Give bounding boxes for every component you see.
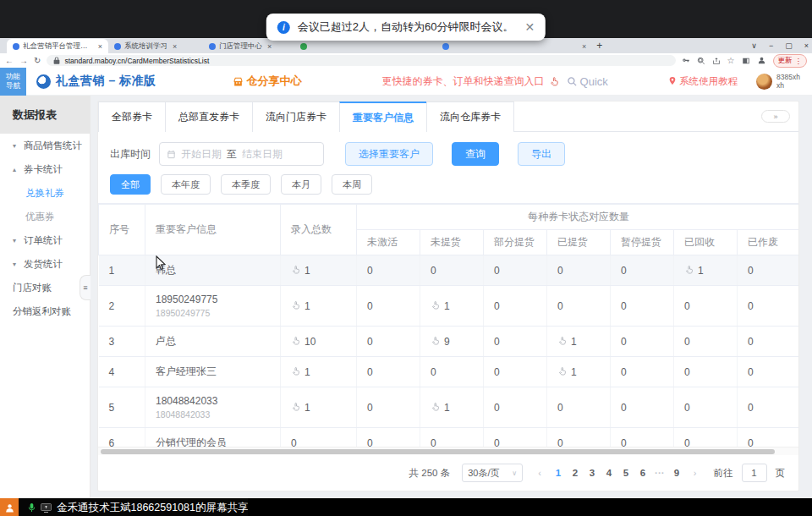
tutorial-link[interactable]: 系统使用教程 <box>668 75 738 88</box>
refresh-icon[interactable]: ↻ <box>34 57 41 65</box>
browser-tab[interactable]: 系统培训学习× <box>108 39 203 53</box>
sidebar-item-订单统计[interactable]: ▾订单统计 <box>0 228 90 252</box>
share-center-link[interactable]: 仓分享中心 <box>233 74 302 89</box>
key-icon[interactable] <box>682 57 690 65</box>
table-row[interactable]: 5180488420331804884203310100000 <box>99 387 799 428</box>
tab-close-icon[interactable]: × <box>173 42 177 51</box>
window-maximize-button[interactable]: ▢ <box>785 41 793 50</box>
cell-customer[interactable]: 1895024977518950249775 <box>145 286 281 327</box>
date-range-input[interactable]: 开始日期 至 结束日期 <box>159 142 324 166</box>
cell-total[interactable]: 10 <box>281 327 357 357</box>
cell-total[interactable]: 1 <box>281 255 357 286</box>
cell-status[interactable]: 9 <box>420 327 484 357</box>
quick-entry-link[interactable]: 更快捷的券卡、订单和快递查询入口 <box>382 74 560 89</box>
cell-status[interactable]: 1 <box>547 327 611 357</box>
tab-流向仓库券卡[interactable]: 流向仓库券卡 <box>426 102 514 132</box>
prev-page-button[interactable]: ‹ <box>535 468 545 478</box>
share-bar-rest <box>248 498 812 516</box>
tab-search-icon[interactable]: ∨ <box>751 41 757 50</box>
cell-status[interactable]: 1 <box>420 286 484 327</box>
tab-全部券卡[interactable]: 全部券卡 <box>98 102 166 132</box>
table-row[interactable]: 4客户经理张三10001000 <box>99 357 799 387</box>
forward-icon[interactable]: → <box>19 57 28 65</box>
next-page-button[interactable]: › <box>690 468 700 478</box>
page-number[interactable]: 9 <box>668 468 685 478</box>
window-minimize-button[interactable]: − <box>769 41 773 50</box>
cell-value: 0 <box>431 437 436 447</box>
browser-tab-obscured[interactable] <box>294 39 436 53</box>
search-button[interactable]: 查询 <box>452 142 499 166</box>
page-number[interactable]: 4 <box>601 468 617 478</box>
quick-entry-label: 更快捷的券卡、订单和快递查询入口 <box>382 74 545 89</box>
notification-close-icon[interactable]: ✕ <box>524 20 535 34</box>
browser-tab[interactable]: 门店管理中心× <box>203 39 294 53</box>
cell-total[interactable]: 1 <box>281 387 357 428</box>
cell-value: 0 <box>748 366 754 378</box>
cell-customer[interactable]: 卢总 <box>145 327 281 357</box>
new-tab-button[interactable]: + <box>596 39 602 52</box>
quick-filter-本月[interactable]: 本月 <box>281 174 321 195</box>
tab-close-icon[interactable]: × <box>267 42 272 51</box>
side-panel-icon[interactable] <box>742 57 750 65</box>
tab-重要客户信息[interactable]: 重要客户信息 <box>339 102 427 132</box>
page-number[interactable]: 6 <box>634 468 651 478</box>
browser-tab[interactable]: 礼盒营销平台管理中心× <box>7 39 108 53</box>
cell-total[interactable]: 1 <box>281 357 357 387</box>
quick-search[interactable]: Quick <box>567 75 608 88</box>
zoom-icon[interactable] <box>697 57 705 65</box>
tab-总部直发券卡[interactable]: 总部直发券卡 <box>165 102 253 132</box>
cell-status: 0 <box>357 387 420 428</box>
function-nav-toggle[interactable]: 功能 导航 <box>0 68 26 96</box>
page-size-select[interactable]: 30条/页 ∨ <box>462 464 523 482</box>
sidebar-item-发货统计[interactable]: ▾发货统计 <box>0 252 90 276</box>
tab-close-icon[interactable]: × <box>98 42 102 51</box>
cell-status[interactable]: 1 <box>674 255 738 286</box>
select-customer-button[interactable]: 选择重要客户 <box>345 142 433 166</box>
cell-value: 0 <box>494 437 500 447</box>
pagination: 共 250 条 30条/页 ∨ ‹ 123456···9 › 前往 1 页 <box>98 455 798 491</box>
sidebar-item-券卡统计[interactable]: ▴券卡统计 <box>0 157 90 181</box>
user-meta: 8385xh xh <box>776 73 800 90</box>
table-row[interactable]: 1韩总10000010 <box>99 255 799 286</box>
page-number[interactable]: 3 <box>584 468 601 478</box>
sidebar-item-商品销售统计[interactable]: ▾商品销售统计 <box>0 134 90 157</box>
quick-filter-本周[interactable]: 本周 <box>332 174 372 195</box>
table-row[interactable]: 2189502497751895024977510100000 <box>99 286 799 327</box>
horizontal-scrollbar[interactable] <box>98 447 798 455</box>
collapse-icon[interactable]: » <box>761 110 790 123</box>
window-close-button[interactable]: × <box>804 41 809 50</box>
share-icon[interactable] <box>712 57 721 65</box>
quick-filter-全部[interactable]: 全部 <box>110 174 151 195</box>
quick-filter-本季度[interactable]: 本季度 <box>221 174 271 195</box>
sidebar-item-门店对账[interactable]: 门店对账 <box>0 276 90 299</box>
back-icon[interactable]: ← <box>5 57 14 65</box>
cell-customer[interactable]: 分销代理的会员 <box>145 428 281 447</box>
sidebar-item-优惠券[interactable]: 优惠券 <box>0 205 90 228</box>
page-number[interactable]: 2 <box>567 468 584 478</box>
export-button[interactable]: 导出 <box>518 142 565 166</box>
cell-customer[interactable]: 1804884203318048842033 <box>145 387 281 428</box>
browser-tab-obscured[interactable] <box>436 39 579 53</box>
table-row[interactable]: 6分销代理的会员00000000 <box>99 428 799 447</box>
table-row[interactable]: 3卢总100901000 <box>99 327 799 357</box>
tab-close-icon[interactable]: × <box>579 39 590 53</box>
sidebar-item-label: 券卡统计 <box>24 163 63 176</box>
cell-status[interactable]: 1 <box>547 357 611 387</box>
page-number[interactable]: 5 <box>617 468 634 478</box>
quick-filter-本年度[interactable]: 本年度 <box>161 174 211 195</box>
user-menu[interactable]: 8385xh xh <box>756 73 800 90</box>
cell-total[interactable]: 1 <box>281 286 357 327</box>
cell-customer[interactable]: 客户经理张三 <box>145 357 281 387</box>
browser-update-button[interactable]: 更新 ⋮ <box>773 54 808 68</box>
profile-icon[interactable] <box>757 56 766 65</box>
bookmark-star-icon[interactable]: ☆ <box>727 56 735 65</box>
cell-status[interactable]: 1 <box>420 387 484 428</box>
sidebar-item-兑换礼券[interactable]: 兑换礼券 <box>0 181 90 205</box>
sidebar-item-分销返利对账[interactable]: 分销返利对账 <box>0 299 90 323</box>
goto-page-input[interactable]: 1 <box>742 464 767 482</box>
scrollbar-thumb[interactable] <box>101 449 775 454</box>
sidebar-collapse-handle[interactable]: ≡ <box>80 275 91 300</box>
url-input[interactable]: standard.maboy.cn/CardMemberStatisticsLi… <box>47 55 675 66</box>
page-number[interactable]: 1 <box>550 468 567 478</box>
tab-流向门店券卡[interactable]: 流向门店券卡 <box>252 102 340 132</box>
